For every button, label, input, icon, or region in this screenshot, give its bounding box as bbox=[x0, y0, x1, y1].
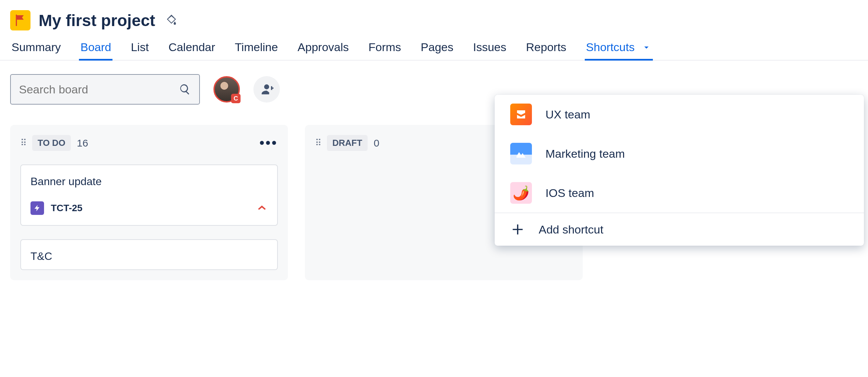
card-footer: TCT-25 bbox=[30, 201, 268, 215]
shortcut-icon bbox=[510, 104, 532, 125]
view-tabs: Summary Board List Calendar Timeline App… bbox=[0, 30, 868, 61]
tab-reports[interactable]: Reports bbox=[525, 41, 568, 60]
tab-issues[interactable]: Issues bbox=[472, 41, 508, 60]
card-title: Banner update bbox=[30, 175, 268, 188]
flag-icon bbox=[14, 14, 27, 27]
tab-shortcuts[interactable]: Shortcuts bbox=[585, 41, 653, 60]
tab-summary[interactable]: Summary bbox=[10, 41, 62, 60]
column-todo: ⠿ TO DO 16 ••• Banner update TCT-25 T&C bbox=[10, 125, 288, 280]
drag-handle-icon[interactable]: ⠿ bbox=[20, 138, 26, 148]
card[interactable]: Banner update TCT-25 bbox=[20, 164, 278, 226]
plus-icon bbox=[510, 222, 525, 237]
search-input[interactable] bbox=[19, 83, 172, 96]
search-board-wrap bbox=[10, 74, 200, 105]
shortcut-item-marketing[interactable]: Marketing team bbox=[495, 134, 864, 173]
card[interactable]: T&C bbox=[20, 239, 278, 270]
card-title: T&C bbox=[30, 250, 268, 263]
column-count: 0 bbox=[374, 137, 379, 149]
shortcut-label: IOS team bbox=[545, 186, 594, 200]
add-user-icon bbox=[259, 82, 274, 97]
shortcut-item-ux[interactable]: UX team bbox=[495, 95, 864, 134]
search-icon bbox=[179, 83, 191, 95]
column-name: TO DO bbox=[32, 135, 71, 151]
tab-calendar[interactable]: Calendar bbox=[167, 41, 216, 60]
paint-bucket-icon bbox=[165, 14, 178, 27]
chevron-down-icon bbox=[641, 42, 652, 52]
add-shortcut-label: Add shortcut bbox=[539, 223, 603, 236]
tab-board[interactable]: Board bbox=[79, 41, 112, 60]
issue-type-icon bbox=[30, 201, 44, 215]
column-count: 16 bbox=[77, 137, 88, 149]
project-header: My first project bbox=[0, 0, 868, 30]
drag-handle-icon[interactable]: ⠿ bbox=[315, 138, 321, 148]
assignee-avatar[interactable]: C bbox=[213, 76, 240, 103]
issue-key: TCT-25 bbox=[51, 203, 82, 214]
shortcut-label: Marketing team bbox=[545, 147, 625, 160]
project-icon bbox=[10, 10, 30, 30]
tab-approvals[interactable]: Approvals bbox=[296, 41, 350, 60]
shortcut-item-ios[interactable]: 🌶️ IOS team bbox=[495, 173, 864, 213]
add-shortcut-button[interactable]: Add shortcut bbox=[495, 213, 864, 246]
project-theme-button[interactable] bbox=[163, 12, 180, 28]
avatar-badge: C bbox=[231, 94, 241, 103]
column-header: ⠿ TO DO 16 ••• bbox=[20, 135, 278, 151]
column-more-button[interactable]: ••• bbox=[260, 135, 278, 151]
shortcuts-dropdown: UX team Marketing team 🌶️ IOS team Add s… bbox=[495, 95, 864, 246]
tab-pages[interactable]: Pages bbox=[419, 41, 455, 60]
shortcut-label: UX team bbox=[545, 108, 590, 121]
tab-timeline[interactable]: Timeline bbox=[233, 41, 279, 60]
priority-high-icon bbox=[256, 202, 268, 215]
shortcut-icon: 🌶️ bbox=[510, 182, 532, 204]
tab-forms[interactable]: Forms bbox=[367, 41, 402, 60]
column-name: DRAFT bbox=[327, 135, 368, 151]
shortcut-icon bbox=[510, 143, 532, 164]
project-title: My first project bbox=[39, 11, 155, 30]
add-people-button[interactable] bbox=[253, 76, 280, 103]
tab-list[interactable]: List bbox=[129, 41, 150, 60]
